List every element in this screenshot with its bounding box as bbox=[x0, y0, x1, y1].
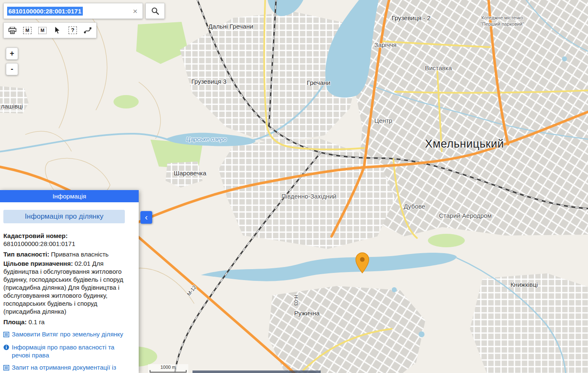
parcel-info-title[interactable]: Інформація про ділянку bbox=[3, 210, 125, 223]
scale-line bbox=[150, 370, 187, 373]
info-panel-header: Інформація bbox=[0, 190, 139, 202]
field-cadastral-number-value: 6810100000:28:001:0171 bbox=[3, 240, 133, 248]
field-ownership-type: Тип власності: Приватна власність bbox=[3, 250, 133, 258]
scale-bar: 1000 m bbox=[148, 364, 188, 373]
field-purpose-label: Цільове призначення: bbox=[3, 260, 73, 267]
link-ownership-info[interactable]: Інформація про право власності та речові… bbox=[3, 343, 133, 359]
link-documentation-request[interactable]: Запит на отримання документації із земле… bbox=[3, 363, 133, 373]
search-bar: 6810100000:28:001:0171 × bbox=[3, 3, 165, 19]
field-purpose: Цільове призначення: 02.01 Для будівницт… bbox=[3, 259, 133, 315]
link-documentation-request-text: Запит на отримання документації із земле… bbox=[12, 363, 133, 373]
map-toolbar: M M ? bbox=[3, 22, 97, 38]
search-button[interactable] bbox=[145, 3, 165, 19]
field-cadastral-number: Кадастровий номер: 6810100000:28:001:017… bbox=[3, 232, 133, 248]
field-cadastral-number-label: Кадастровий номер: bbox=[3, 232, 68, 239]
route-icon bbox=[84, 26, 92, 34]
app: Дальні Гречани Грузевиця - 2 Котеджне мі… bbox=[0, 0, 588, 373]
info-panel: Інформація Інформація про ділянку Кадаст… bbox=[0, 190, 139, 373]
field-area-label: Площа: bbox=[3, 318, 26, 325]
print-button[interactable] bbox=[5, 24, 19, 37]
search-icon bbox=[151, 7, 159, 15]
search-value: 6810100000:28:001:0171 bbox=[7, 7, 83, 16]
cursor-icon bbox=[55, 26, 61, 34]
link-order-extract-text: Замовити Витяг про земельну ділянку bbox=[12, 330, 123, 339]
link-ownership-info-text: Інформація про право власності та речові… bbox=[12, 343, 133, 359]
document-list-icon bbox=[3, 363, 10, 373]
field-ownership-type-value: Приватна власність bbox=[51, 251, 108, 258]
zoom-in-button[interactable]: + bbox=[6, 48, 18, 60]
field-area: Площа: 0.1 га bbox=[3, 318, 133, 326]
route-button[interactable] bbox=[81, 24, 95, 37]
clear-search-icon[interactable]: × bbox=[131, 6, 139, 16]
help-button[interactable]: ? bbox=[66, 24, 80, 37]
link-order-extract[interactable]: Замовити Витяг про земельну ділянку bbox=[3, 330, 133, 339]
measure-distance-icon: M bbox=[23, 27, 31, 34]
collapse-panel-button[interactable]: ‹ bbox=[140, 211, 152, 224]
field-purpose-value: 02.01 Для будівництва і обслуговування ж… bbox=[3, 260, 123, 315]
info-circle-icon bbox=[3, 343, 10, 359]
print-icon bbox=[8, 27, 16, 34]
zoom-out-button[interactable]: - bbox=[6, 63, 18, 75]
scale-label: 1000 m bbox=[148, 365, 188, 370]
select-cursor-button[interactable] bbox=[50, 24, 65, 37]
measure-area-button[interactable]: M bbox=[35, 24, 50, 37]
map-marker[interactable] bbox=[355, 252, 369, 273]
measure-area-icon: M bbox=[38, 27, 46, 34]
measure-distance-button[interactable]: M bbox=[20, 24, 34, 37]
field-ownership-type-label: Тип власності: bbox=[3, 251, 49, 258]
help-icon: ? bbox=[69, 26, 77, 34]
document-list-icon bbox=[3, 330, 10, 339]
field-area-value: 0.1 га bbox=[29, 318, 45, 325]
search-input[interactable]: 6810100000:28:001:0171 × bbox=[3, 3, 143, 19]
attribution-bar bbox=[192, 370, 321, 373]
info-panel-body: Інформація про ділянку Кадастровий номер… bbox=[0, 202, 139, 373]
